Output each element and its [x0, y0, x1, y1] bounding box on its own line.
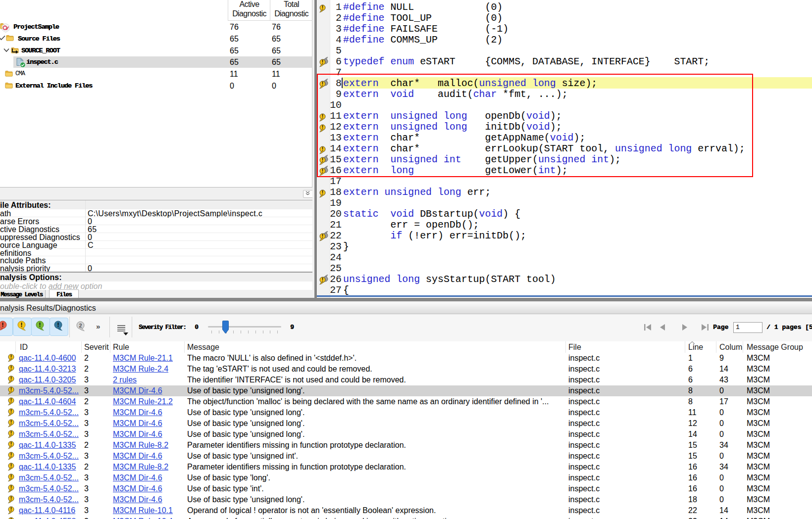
svg-text:!: !: [10, 365, 12, 371]
svg-text:2: 2: [79, 323, 82, 329]
svg-text:!: !: [10, 496, 12, 501]
svg-text:!: !: [2, 322, 4, 329]
svg-text:!: !: [10, 474, 12, 479]
svg-text:!: !: [322, 277, 323, 283]
svg-text:!: !: [21, 322, 23, 329]
svg-text:!: !: [39, 322, 41, 329]
svg-text:!: !: [322, 59, 323, 65]
svg-text:!: !: [57, 322, 59, 329]
svg-text:!: !: [10, 409, 12, 414]
svg-text:!: !: [10, 387, 12, 392]
svg-text:!: !: [10, 398, 12, 403]
svg-text:!: !: [10, 354, 12, 360]
svg-text:!: !: [322, 190, 323, 195]
svg-text:!: !: [10, 485, 12, 490]
svg-text:!: !: [10, 507, 12, 512]
svg-text:!: !: [10, 420, 12, 425]
svg-text:!: !: [322, 234, 323, 239]
svg-text:!: !: [10, 430, 12, 436]
svg-text:!: !: [10, 463, 12, 469]
svg-text:!: !: [10, 452, 12, 458]
svg-text:!: !: [10, 376, 12, 381]
svg-text:!: !: [10, 441, 12, 447]
svg-text:!: !: [322, 5, 323, 10]
